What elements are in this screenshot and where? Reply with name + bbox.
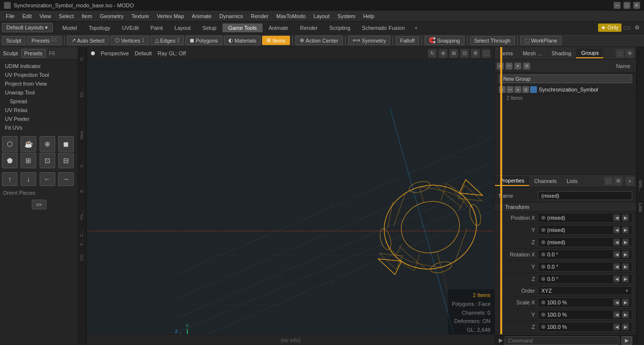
items-list-lock[interactable]: ↩ xyxy=(507,86,513,93)
pos-z-arrow-r[interactable]: ▶ xyxy=(622,239,629,246)
scale-z-arrow[interactable]: ◀ xyxy=(613,323,620,330)
tab-model[interactable]: Model xyxy=(57,23,83,32)
icon-btn-5[interactable]: ⬟ xyxy=(2,153,18,168)
tool-uv-projection[interactable]: UV Projection Tool xyxy=(2,70,76,79)
tab-mesh[interactable]: Mesh ... xyxy=(518,49,547,58)
menu-file[interactable]: File xyxy=(2,12,19,20)
arrow-up-btn[interactable]: ↑ xyxy=(2,172,18,186)
tool-uv-relax[interactable]: UV Relax xyxy=(2,106,76,115)
snapping-button[interactable]: 🧲 Snapping xyxy=(424,36,465,45)
rotation-x-field[interactable]: 0.0 ° ◀ ▶ xyxy=(538,250,632,259)
pos-x-arrow[interactable]: ◀ xyxy=(613,214,620,221)
menu-edit[interactable]: Edit xyxy=(19,12,36,20)
vp-zoom-icon[interactable]: ⊕ xyxy=(439,49,447,58)
rot-x-arrow-r[interactable]: ▶ xyxy=(622,251,629,258)
tab-topology[interactable]: Topology xyxy=(83,23,116,32)
rot-y-arrow-r[interactable]: ▶ xyxy=(622,263,629,270)
tool-fit-uvs[interactable]: Fit UVs xyxy=(2,123,76,132)
perspective-label[interactable]: Perspective xyxy=(101,50,129,56)
default-label[interactable]: Default xyxy=(134,50,152,56)
tab-scripting[interactable]: Scripting xyxy=(324,23,356,32)
default-layouts-dropdown[interactable]: Default Layouts ▾ xyxy=(2,23,53,32)
scale-x-arrow-r[interactable]: ▶ xyxy=(622,299,629,306)
tab-add-button[interactable]: + xyxy=(411,23,422,32)
vp-fit-icon[interactable]: ⊞ xyxy=(449,49,458,58)
menu-animate[interactable]: Animate xyxy=(188,12,215,20)
menu-system[interactable]: System xyxy=(333,12,359,20)
auto-select-button[interactable]: ↗ Auto Select xyxy=(67,36,109,45)
icon-btn-6[interactable]: ⊞ xyxy=(21,153,36,168)
props-exp-1[interactable]: ⬚ xyxy=(604,177,613,185)
arrow-left-btn[interactable]: ← xyxy=(40,172,55,186)
items-list-sel[interactable]: ⊞ xyxy=(522,86,529,93)
close-button[interactable]: ✕ xyxy=(633,2,640,9)
polygons-button[interactable]: ◼ Polygons xyxy=(185,36,222,45)
items-vis-sel-1[interactable]: ⊞ xyxy=(523,63,530,69)
items-button[interactable]: ⊞ Items xyxy=(262,36,290,45)
menu-geometry[interactable]: Geometry xyxy=(96,12,127,20)
position-y-field[interactable]: (mixed) ◀ ▶ xyxy=(538,225,632,235)
viewport-canvas[interactable]: X Y Z xyxy=(87,60,494,345)
scale-y-field[interactable]: 100.0 % ◀ ▶ xyxy=(538,310,632,320)
icon-btn-3[interactable]: ⊕ xyxy=(40,136,55,152)
menu-render[interactable]: Render xyxy=(247,12,272,20)
icon-btn-8[interactable]: ⊟ xyxy=(58,153,74,168)
vp-snap-icon[interactable]: ⊡ xyxy=(460,49,469,58)
action-center-button[interactable]: ⊕ Action Center xyxy=(295,36,343,45)
tab-shading[interactable]: Shading xyxy=(547,49,576,58)
tab-layout[interactable]: Layout xyxy=(169,23,197,32)
tab-render[interactable]: Render xyxy=(294,23,323,32)
menu-texture[interactable]: Texture xyxy=(128,12,153,20)
scale-z-field[interactable]: 100.0 % ◀ ▶ xyxy=(538,322,632,332)
transform-section[interactable]: ▼ Transform xyxy=(495,203,636,212)
menu-select[interactable]: Select xyxy=(55,12,78,20)
tool-unwrap[interactable]: Unwrap Tool xyxy=(2,88,76,97)
falloff-button[interactable]: Falloff xyxy=(396,36,419,45)
items-vis-render-1[interactable]: ● xyxy=(514,63,521,69)
tab-groups[interactable]: Groups xyxy=(576,48,603,58)
menu-layout[interactable]: Layout xyxy=(310,12,333,20)
ray-gl-label[interactable]: Ray GL: Off xyxy=(157,50,186,56)
tab-gametools[interactable]: Game Tools xyxy=(222,23,263,32)
workplane-button[interactable]: ⬚ WorkPlane xyxy=(520,36,562,45)
gear-icon[interactable]: ⚙ xyxy=(632,23,642,33)
rot-z-arrow[interactable]: ◀ xyxy=(613,276,620,282)
arrow-down-btn[interactable]: ↓ xyxy=(21,172,36,186)
items-list-render[interactable]: ● xyxy=(514,86,521,93)
scale-x-field[interactable]: 100.0 % ◀ ▶ xyxy=(538,298,632,307)
symmetry-button[interactable]: ⟺ Symmetry xyxy=(348,36,391,45)
name-value[interactable]: (mixed) xyxy=(538,191,632,200)
tab-setup[interactable]: Setup xyxy=(197,23,222,32)
order-field[interactable]: XYZ ▼ xyxy=(538,286,632,295)
command-run-button[interactable]: ▶ xyxy=(622,336,632,345)
rotation-y-field[interactable]: 0.0 ° ◀ ▶ xyxy=(538,262,632,272)
maximize-button[interactable]: □ xyxy=(623,2,630,9)
minimize-button[interactable]: ─ xyxy=(614,2,621,9)
tab-schematic[interactable]: Schematic Fusion xyxy=(356,23,410,32)
pos-z-arrow[interactable]: ◀ xyxy=(613,239,620,246)
menu-help[interactable]: Help xyxy=(359,12,378,20)
rot-z-arrow-r[interactable]: ▶ xyxy=(622,276,629,282)
presets-bar-button[interactable]: Presets xyxy=(21,49,46,58)
pos-x-arrow-r[interactable]: ▶ xyxy=(622,214,629,221)
materials-button[interactable]: ◐ Materials xyxy=(224,36,261,45)
props-exp-2[interactable]: ⚙ xyxy=(614,177,622,185)
arrow-right-btn[interactable]: → xyxy=(58,172,74,186)
menu-item[interactable]: Item xyxy=(78,12,96,20)
icon-btn-2[interactable]: ☕ xyxy=(21,136,36,152)
tab-items[interactable]: Items xyxy=(495,49,518,58)
expand-button[interactable]: >> xyxy=(32,200,46,209)
tab-lists[interactable]: Lists xyxy=(562,177,583,185)
tool-project-from-view[interactable]: Project from View xyxy=(2,79,76,88)
menu-maxtomodo[interactable]: MaxToModo xyxy=(272,12,310,20)
props-plus-button[interactable]: + xyxy=(625,177,634,185)
pos-y-arrow[interactable]: ◀ xyxy=(613,227,620,233)
items-tab-expand-btn[interactable]: ⬚ xyxy=(616,49,624,58)
rot-y-arrow[interactable]: ◀ xyxy=(613,263,620,270)
tab-paint[interactable]: Paint xyxy=(145,23,169,32)
rotation-z-field[interactable]: 0.0 ° ◀ ▶ xyxy=(538,274,632,284)
vertices-button[interactable]: ⬡ Vertices 1 xyxy=(111,36,149,45)
command-input[interactable] xyxy=(505,336,620,345)
position-z-field[interactable]: (mixed) ◀ ▶ xyxy=(538,237,632,247)
icon-btn-1[interactable]: ⬡ xyxy=(2,136,18,152)
